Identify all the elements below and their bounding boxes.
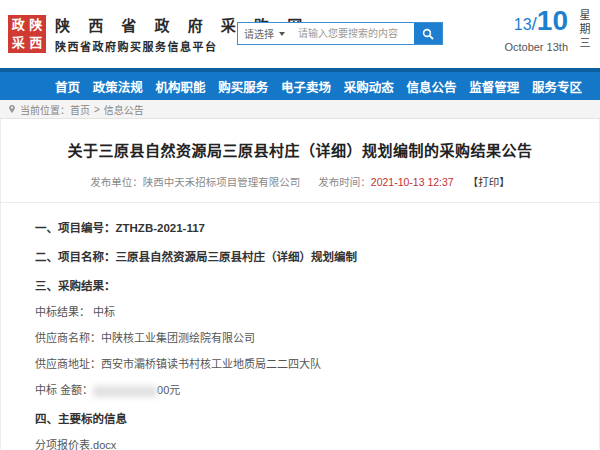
location-pin-icon bbox=[8, 105, 16, 113]
logo-char: 政 bbox=[10, 17, 27, 34]
project-name-label: 二、项目名称： bbox=[35, 251, 116, 263]
publisher-label: 发布单位： bbox=[90, 176, 143, 188]
nav-item-announcements[interactable]: 信息公告 bbox=[406, 77, 456, 96]
date-weekday: 星期三 bbox=[576, 6, 592, 54]
logo-char: 西 bbox=[28, 35, 45, 52]
main-nav: 首页 政策法规 机构职能 购买服务 电子卖场 采购动态 信息公告 监督管理 服务… bbox=[0, 68, 600, 100]
supplier-address-line: 供应商地址：西安市灞桥镇读书村核工业地质局二二四大队 bbox=[35, 355, 579, 371]
nav-item-supervision[interactable]: 监督管理 bbox=[469, 77, 519, 96]
pubtime-label: 发布时间： bbox=[318, 176, 371, 188]
article-meta: 发布单位：陕西中天禾招标项目管理有限公司发布时间：2021-10-13 12:3… bbox=[1, 174, 599, 189]
site-header: 政 陕 采 西 陕 西 省 政 府 采 购 网 陕西省政府购买服务信息平台 请选… bbox=[0, 0, 600, 68]
chevron-down-icon bbox=[279, 32, 285, 36]
nav-item-service-zone[interactable]: 服务专区 bbox=[532, 77, 582, 96]
breadcrumb-current-link[interactable]: 信息公告 bbox=[104, 102, 144, 117]
search-button[interactable] bbox=[414, 23, 442, 44]
nav-item-policies[interactable]: 政策法规 bbox=[93, 77, 143, 96]
date-day: 13 bbox=[514, 16, 532, 33]
breadcrumb: 当前位置： 首页 > 信息公告 bbox=[0, 100, 600, 119]
result-section-heading: 三、采购结果： bbox=[35, 277, 579, 293]
logo-char: 采 bbox=[10, 35, 27, 52]
divider bbox=[1, 202, 599, 203]
search-bar: 请选择 bbox=[237, 22, 443, 45]
nav-item-procurement-news[interactable]: 采购动态 bbox=[344, 77, 394, 96]
search-input[interactable] bbox=[294, 23, 414, 44]
breadcrumb-separator: > bbox=[94, 104, 100, 115]
project-number-line: 一、项目编号：ZTHZB-2021-117 bbox=[35, 219, 579, 235]
article-panel: 关于三原县自然资源局三原县村庄（详细）规划编制的采购结果公告 发布单位：陕西中天… bbox=[0, 119, 600, 449]
subject-info-heading: 四、主要标的信息 bbox=[35, 410, 579, 426]
result-line: 中标结果： 中标 bbox=[35, 303, 579, 319]
site-logo: 政 陕 采 西 bbox=[8, 15, 46, 53]
nav-item-functions[interactable]: 机构职能 bbox=[155, 77, 205, 96]
award-amount-line: 中标 金额：00元 bbox=[35, 381, 579, 397]
article-body: 一、项目编号：ZTHZB-2021-117 二、项目名称：三原县自然资源局三原县… bbox=[1, 219, 599, 450]
project-name-line: 二、项目名称：三原县自然资源局三原县村庄（详细）规划编制 bbox=[35, 248, 579, 264]
print-button[interactable]: 【打印】 bbox=[468, 176, 510, 188]
award-amount-redacted bbox=[93, 386, 157, 397]
date-english: October 13th bbox=[504, 41, 568, 53]
search-icon bbox=[422, 28, 434, 40]
breadcrumb-home-link[interactable]: 首页 bbox=[70, 102, 90, 117]
project-number-value: ZTHZB-2021-117 bbox=[116, 222, 205, 234]
supplier-line: 供应商名称：中陕核工业集团测绘院有限公司 bbox=[35, 329, 579, 345]
award-amount-label: 中标 金额： bbox=[35, 384, 93, 396]
project-name-value: 三原县自然资源局三原县村庄（详细）规划编制 bbox=[116, 251, 358, 263]
date-widget: 13/10 October 13th 星期三 bbox=[504, 6, 592, 54]
publisher-value: 陕西中天禾招标项目管理有限公司 bbox=[143, 176, 301, 188]
attachment-link[interactable]: 分项报价表.docx bbox=[35, 436, 579, 450]
project-number-label: 一、项目编号： bbox=[35, 222, 116, 234]
nav-item-home[interactable]: 首页 bbox=[55, 77, 80, 96]
search-category-select[interactable]: 请选择 bbox=[238, 23, 294, 44]
page-title: 关于三原县自然资源局三原县村庄（详细）规划编制的采购结果公告 bbox=[1, 119, 599, 160]
award-amount-suffix: 00元 bbox=[157, 384, 180, 396]
date-month: 10 bbox=[537, 5, 568, 36]
pubtime-value: 2021-10-13 12:37 bbox=[371, 176, 454, 188]
breadcrumb-label: 当前位置： bbox=[20, 102, 70, 117]
search-select-label: 请选择 bbox=[244, 26, 274, 41]
nav-item-purchase-service[interactable]: 购买服务 bbox=[218, 77, 268, 96]
nav-item-emall[interactable]: 电子卖场 bbox=[281, 77, 331, 96]
logo-char: 陕 bbox=[28, 17, 45, 34]
